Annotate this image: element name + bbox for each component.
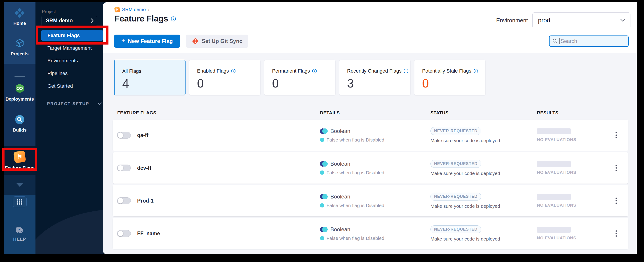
status-badge: NEVER-REQUESTED (430, 160, 481, 168)
stat-card-recently-changed-flags[interactable]: Recently Changed Flags 3 (339, 60, 410, 96)
rail-item-label: Feature Flags (5, 165, 34, 170)
module-rail: Home Projects (4, 2, 36, 254)
table-row[interactable]: Prod-1 Boolean False when flag is Disabl… (113, 185, 628, 216)
info-icon[interactable] (231, 69, 236, 74)
column-header-results: RESULTS (537, 110, 610, 116)
search-input[interactable]: Search (549, 36, 629, 47)
environment-selector[interactable]: prod (532, 12, 630, 28)
sidebar-divider (47, 94, 94, 94)
stat-card-enabled-flags[interactable]: Enabled Flags 0 (189, 60, 260, 96)
flag-off-variation: False when flag is Disabled (326, 203, 384, 208)
row-menu-button[interactable] (613, 129, 619, 142)
help-chat-icon: ? (15, 227, 25, 235)
rail-section-collapse (4, 175, 36, 195)
variation-dot-icon (320, 170, 324, 175)
table-row[interactable]: dev-ff Boolean False when flag is Disabl… (113, 152, 628, 184)
flag-type: Boolean (330, 194, 350, 200)
apps-grid-icon (17, 199, 22, 204)
page-header: ⚑ SRM demo › Feature Flags Environment p… (103, 2, 637, 53)
main-content: ⚑ SRM demo › Feature Flags Environment p… (103, 2, 637, 254)
column-header-feature-flags: FEATURE FLAGS (113, 110, 320, 116)
help-button[interactable]: ? HELP (13, 227, 26, 242)
variation-dot-icon (320, 138, 324, 142)
search-icon (552, 38, 558, 44)
rail-section-feature-flags: ⚑ Feature Flags (4, 146, 36, 175)
info-icon[interactable] (404, 69, 408, 74)
breadcrumb-project-link[interactable]: SRM demo (122, 7, 146, 12)
stat-card-all-flags[interactable]: All Flags 4 (114, 60, 186, 96)
flag-table: qa-ff Boolean False when flag is Disable… (113, 120, 628, 251)
rail-item-label: Deployments (6, 96, 34, 102)
boolean-type-icon (320, 128, 328, 134)
table-row[interactable]: FF_name Boolean False when flag is Disab… (113, 218, 628, 249)
chevron-down-icon (620, 19, 625, 22)
new-feature-flag-button[interactable]: + New Feature Flag (114, 34, 180, 48)
search-placeholder: Search (560, 38, 577, 44)
sidebar-item-get-started[interactable]: Get Started (36, 81, 103, 91)
toolbar: + New Feature Flag Set Up Git Sync (103, 30, 637, 53)
rail-item-feature-flags[interactable]: ⚑ Feature Flags (4, 146, 36, 170)
flag-toggle[interactable] (117, 230, 131, 237)
help-label: HELP (13, 237, 26, 242)
info-icon[interactable] (312, 69, 317, 74)
column-header-details: DETAILS (320, 110, 430, 116)
project-setup-label: PROJECT SETUP (47, 101, 89, 106)
table-header: FEATURE FLAGS DETAILS STATUS RESULTS (113, 108, 628, 118)
set-up-git-sync-button[interactable]: Set Up Git Sync (186, 34, 248, 48)
status-hint: Make sure your code is deployed (430, 171, 537, 176)
info-icon[interactable] (171, 16, 176, 22)
chevron-right-icon (90, 18, 94, 23)
sidebar-item-target-management[interactable]: Target Management (36, 43, 103, 53)
sidebar-item-pipelines[interactable]: Pipelines (36, 68, 103, 79)
stat-card-label: Permanent Flags (272, 68, 310, 74)
rail-item-builds[interactable]: Builds (4, 114, 36, 133)
stat-card-permanent-flags[interactable]: Permanent Flags 0 (264, 60, 336, 96)
stat-card-label: All Flags (122, 68, 141, 74)
projects-cube-icon (14, 38, 25, 48)
rail-section-top: Home Projects (4, 2, 36, 64)
results-bar (537, 128, 571, 134)
plus-icon: + (121, 37, 125, 44)
stat-card-potentially-stale-flags[interactable]: Potentially Stale Flags 0 (414, 60, 486, 96)
project-setup-toggle[interactable]: PROJECT SETUP (47, 101, 102, 106)
table-row[interactable]: qa-ff Boolean False when flag is Disable… (113, 120, 628, 151)
flag-type: Boolean (330, 161, 350, 167)
feature-flags-breadcrumb-icon: ⚑ (114, 6, 120, 12)
status-badge: NEVER-REQUESTED (430, 192, 481, 200)
stat-card-value: 0 (422, 76, 485, 90)
deployments-icon (14, 83, 25, 94)
chevron-down-icon[interactable] (16, 183, 23, 187)
results-label: NO EVALUATIONS (537, 236, 610, 240)
results-label: NO EVALUATIONS (537, 137, 610, 142)
status-hint: Make sure your code is deployed (430, 204, 537, 209)
page-title: Feature Flags (114, 14, 168, 24)
stat-card-value: 4 (122, 76, 185, 90)
rail-item-label: Home (13, 21, 26, 26)
rail-item-deployments[interactable]: Deployments (4, 83, 36, 102)
flag-stats-cards: All Flags 4 Enabled Flags 0 Permanent Fl… (114, 60, 486, 96)
rail-item-projects[interactable]: Projects (4, 38, 36, 56)
git-icon (192, 38, 198, 44)
row-menu-button[interactable] (613, 194, 619, 207)
sidebar-item-feature-flags[interactable]: Feature Flags (41, 30, 103, 41)
stat-card-value: 3 (347, 76, 410, 90)
flag-toggle[interactable] (117, 132, 131, 138)
home-icon (14, 8, 25, 18)
status-hint: Make sure your code is deployed (430, 236, 537, 242)
info-icon[interactable] (474, 69, 478, 74)
flag-toggle[interactable] (117, 164, 131, 171)
row-menu-button[interactable] (613, 227, 619, 240)
flag-off-variation: False when flag is Disabled (326, 236, 384, 241)
rail-item-label: Projects (11, 51, 29, 56)
sidebar-item-environments[interactable]: Environments (36, 56, 103, 66)
git-sync-label: Set Up Git Sync (202, 38, 242, 44)
apps-launcher-button[interactable] (13, 196, 27, 207)
stat-card-label: Enabled Flags (197, 68, 229, 74)
stat-card-value: 0 (272, 76, 335, 90)
row-menu-button[interactable] (613, 162, 619, 174)
status-badge: NEVER-REQUESTED (430, 127, 481, 135)
rail-item-home[interactable]: Home (4, 2, 36, 26)
flag-toggle[interactable] (117, 197, 131, 204)
project-selector[interactable]: SRM demo (42, 16, 97, 25)
boolean-type-icon (320, 194, 328, 200)
